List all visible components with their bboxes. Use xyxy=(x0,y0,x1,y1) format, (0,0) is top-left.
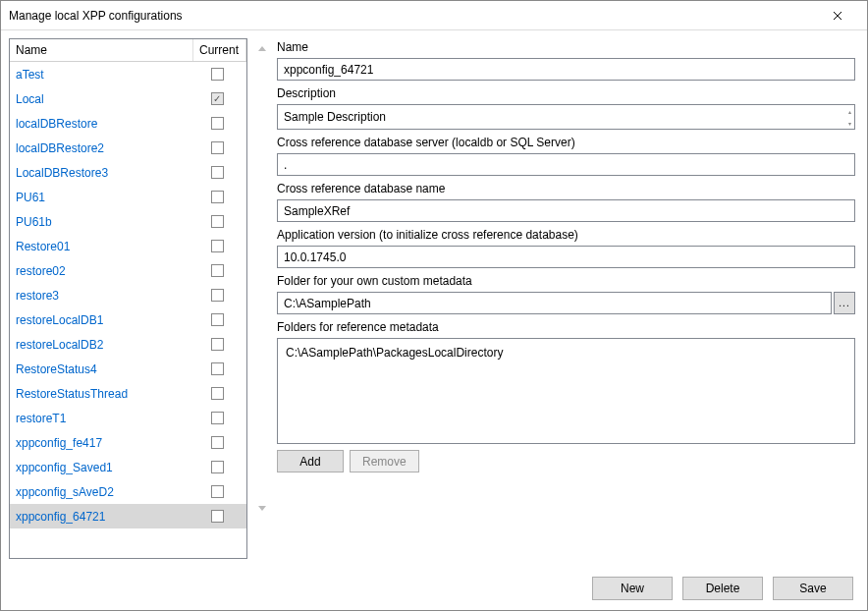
config-name: xppconfig_64721 xyxy=(16,510,193,524)
config-row[interactable]: Restore01 xyxy=(10,234,246,258)
config-row[interactable]: restoreT1 xyxy=(10,406,246,430)
current-checkbox[interactable] xyxy=(211,338,224,351)
current-checkbox[interactable] xyxy=(211,485,224,498)
current-cell xyxy=(193,485,241,498)
config-row[interactable]: xppconfig_sAveD2 xyxy=(10,479,246,504)
current-cell xyxy=(193,289,241,302)
config-row[interactable]: RestoreStatus4 xyxy=(10,357,246,381)
config-row[interactable]: xppconfig_64721 xyxy=(10,504,246,528)
config-row[interactable]: localDBRestore xyxy=(10,111,246,136)
config-row[interactable]: xppconfig_fe417 xyxy=(10,430,246,455)
config-name: RestoreStatusThread xyxy=(16,387,193,401)
description-input[interactable] xyxy=(277,104,855,130)
current-cell xyxy=(193,191,241,203)
current-cell xyxy=(193,141,241,154)
ref-meta-listbox[interactable]: C:\ASamplePath\PackagesLocalDirectory xyxy=(277,338,855,444)
xref-server-label: Cross reference database server (localdb… xyxy=(277,136,855,149)
config-name: xppconfig_sAveD2 xyxy=(16,485,193,499)
current-checkbox[interactable] xyxy=(211,191,224,203)
current-cell xyxy=(193,166,241,179)
current-checkbox[interactable] xyxy=(211,215,224,228)
app-version-label: Application version (to initialize cross… xyxy=(277,228,855,242)
current-cell xyxy=(193,362,241,375)
current-checkbox[interactable] xyxy=(211,387,224,400)
config-name: PU61b xyxy=(16,215,193,229)
delete-button[interactable]: Delete xyxy=(682,577,763,600)
splitter-collapse-down-icon xyxy=(258,506,264,512)
current-checkbox[interactable] xyxy=(211,461,224,473)
ref-meta-label: Folders for reference metadata xyxy=(277,320,855,334)
config-name: aTest xyxy=(16,68,193,82)
current-checkbox[interactable] xyxy=(211,510,224,523)
add-button[interactable]: Add xyxy=(277,450,344,472)
name-input[interactable] xyxy=(277,58,855,81)
config-name: Restore01 xyxy=(16,240,193,253)
description-spinner[interactable]: ▴▾ xyxy=(844,105,854,129)
current-cell xyxy=(193,313,241,326)
current-cell xyxy=(193,264,241,277)
current-cell xyxy=(193,412,241,424)
custom-meta-input[interactable] xyxy=(277,292,832,314)
remove-button[interactable]: Remove xyxy=(350,450,419,472)
app-version-input[interactable] xyxy=(277,246,855,268)
config-name: xppconfig_Saved1 xyxy=(16,461,193,474)
current-checkbox[interactable] xyxy=(211,92,224,105)
xref-db-input[interactable] xyxy=(277,199,855,222)
current-checkbox[interactable] xyxy=(211,240,224,252)
config-name: restoreLocalDB2 xyxy=(16,338,193,352)
dialog-window: Manage local XPP configurations Name Cur… xyxy=(0,0,868,611)
config-row[interactable]: restoreLocalDB2 xyxy=(10,332,246,357)
details-panel: Name Description ▴▾ Cross reference data… xyxy=(277,38,859,559)
custom-meta-label: Folder for your own custom metadata xyxy=(277,274,855,288)
description-label: Description xyxy=(277,86,855,100)
xref-server-input[interactable] xyxy=(277,153,855,176)
config-row[interactable]: localDBRestore2 xyxy=(10,136,246,160)
splitter[interactable] xyxy=(255,38,269,559)
current-checkbox[interactable] xyxy=(211,436,224,449)
current-checkbox[interactable] xyxy=(211,289,224,302)
header-current[interactable]: Current xyxy=(193,39,246,61)
save-button[interactable]: Save xyxy=(773,577,853,600)
config-name: xppconfig_fe417 xyxy=(16,436,193,450)
dialog-footer: New Delete Save xyxy=(1,567,867,610)
ref-meta-item[interactable]: C:\ASamplePath\PackagesLocalDirectory xyxy=(286,345,846,361)
browse-button[interactable]: ... xyxy=(834,292,855,314)
current-checkbox[interactable] xyxy=(211,313,224,326)
header-name[interactable]: Name xyxy=(10,39,193,61)
current-cell xyxy=(193,461,241,473)
new-button[interactable]: New xyxy=(592,577,673,600)
config-row[interactable]: aTest xyxy=(10,62,246,86)
current-checkbox[interactable] xyxy=(211,68,224,81)
config-row[interactable]: LocalDBRestore3 xyxy=(10,160,246,185)
config-name: restoreLocalDB1 xyxy=(16,313,193,327)
current-checkbox[interactable] xyxy=(211,264,224,277)
config-list-header: Name Current xyxy=(10,39,246,62)
config-name: Local xyxy=(16,92,193,106)
config-name: RestoreStatus4 xyxy=(16,362,193,376)
close-button[interactable] xyxy=(815,2,859,29)
xref-db-label: Cross reference database name xyxy=(277,182,855,195)
close-icon xyxy=(833,11,842,21)
current-cell xyxy=(193,240,241,252)
current-cell xyxy=(193,92,241,105)
current-checkbox[interactable] xyxy=(211,166,224,179)
current-cell xyxy=(193,387,241,400)
config-row[interactable]: restoreLocalDB1 xyxy=(10,307,246,332)
config-row[interactable]: restore3 xyxy=(10,283,246,307)
config-list-body[interactable]: aTestLocallocalDBRestorelocalDBRestore2L… xyxy=(10,62,246,558)
config-row[interactable]: RestoreStatusThread xyxy=(10,381,246,406)
current-checkbox[interactable] xyxy=(211,141,224,154)
config-row[interactable]: xppconfig_Saved1 xyxy=(10,455,246,479)
config-row[interactable]: Local xyxy=(10,86,246,111)
config-list-panel: Name Current aTestLocallocalDBRestoreloc… xyxy=(9,38,247,559)
current-checkbox[interactable] xyxy=(211,412,224,424)
titlebar: Manage local XPP configurations xyxy=(1,1,867,30)
config-row[interactable]: restore02 xyxy=(10,258,246,283)
config-name: PU61 xyxy=(16,191,193,204)
current-checkbox[interactable] xyxy=(211,117,224,130)
current-checkbox[interactable] xyxy=(211,362,224,375)
config-row[interactable]: PU61 xyxy=(10,185,246,209)
splitter-collapse-up-icon xyxy=(258,46,264,52)
config-row[interactable]: PU61b xyxy=(10,209,246,234)
config-name: localDBRestore xyxy=(16,117,193,131)
